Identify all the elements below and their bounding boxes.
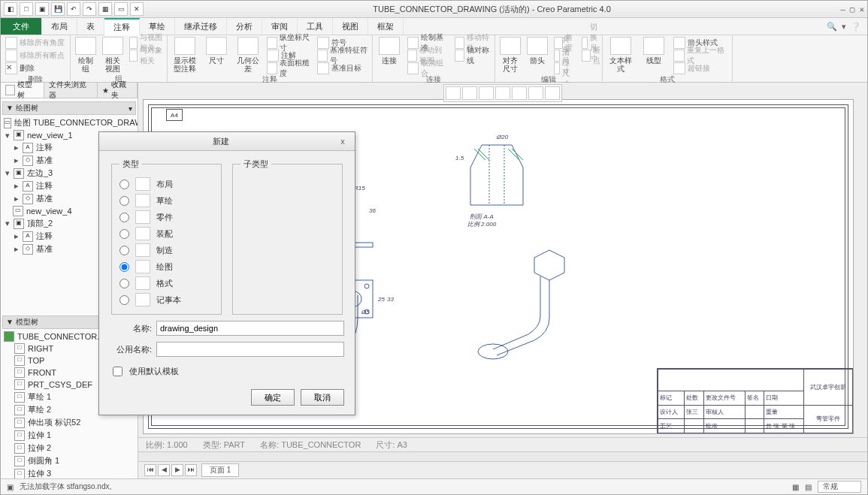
type-radio[interactable]: [119, 295, 129, 305]
zoom-in-icon[interactable]: [462, 86, 477, 100]
regen-icon[interactable]: ▦: [98, 2, 112, 16]
tab-table[interactable]: 表: [77, 18, 104, 35]
surface-finish-icon[interactable]: [267, 62, 277, 74]
move-special-icon[interactable]: [455, 37, 464, 49]
view-rel-icon[interactable]: [129, 37, 138, 49]
close-button[interactable]: ✕: [859, 5, 864, 14]
new-icon[interactable]: □: [20, 2, 33, 16]
panel-tab-fav[interactable]: ★收藏夹: [98, 83, 138, 98]
geom-icon[interactable]: ▦: [792, 483, 799, 491]
draw-datum-icon[interactable]: [407, 37, 419, 49]
type-option-7[interactable]: 记事本: [119, 291, 213, 308]
use-default-template-checkbox[interactable]: [113, 367, 122, 376]
search-icon[interactable]: 🔍: [827, 22, 837, 32]
minimize-button[interactable]: —: [840, 5, 845, 14]
related-view-icon[interactable]: [102, 37, 123, 55]
clean-dim-icon[interactable]: [554, 62, 560, 74]
remove-break-icon[interactable]: [5, 50, 17, 62]
arrow-icon[interactable]: [527, 37, 548, 55]
zoom-fit-icon[interactable]: [446, 86, 461, 100]
model-tree-item[interactable]: □拉伸 2: [4, 442, 136, 454]
switch-dim-icon[interactable]: [582, 37, 588, 49]
msg-icon[interactable]: ▣: [7, 483, 14, 491]
sheet-tab-1[interactable]: 页面 1: [201, 463, 239, 477]
type-radio[interactable]: [119, 229, 129, 239]
break-pt-icon[interactable]: [582, 50, 591, 62]
model-tree-item[interactable]: □伸出项 标识52: [4, 416, 136, 429]
ungroup-icon[interactable]: [407, 62, 419, 74]
ok-button[interactable]: 确定: [251, 389, 295, 406]
undo-icon[interactable]: ↶: [67, 2, 80, 16]
move-view-icon[interactable]: [407, 50, 417, 62]
tab-layout[interactable]: 布局: [42, 18, 77, 35]
type-option-2[interactable]: 零件: [119, 209, 213, 225]
hyperlink-icon[interactable]: [673, 62, 685, 74]
type-option-6[interactable]: 格式: [119, 275, 213, 291]
axis-icon[interactable]: [455, 50, 464, 62]
datum-feat-icon[interactable]: [317, 50, 328, 62]
type-option-4[interactable]: 制造: [119, 242, 213, 258]
dialog-close-button[interactable]: x: [337, 137, 349, 146]
maximize-button[interactable]: ▢: [850, 5, 855, 14]
datum-display-icon[interactable]: [545, 86, 560, 100]
symbol-icon[interactable]: [317, 37, 329, 49]
cancel-button[interactable]: 取消: [301, 389, 344, 406]
draw-group-icon[interactable]: [75, 37, 96, 55]
tab-file[interactable]: 文件: [1, 18, 42, 35]
save-icon[interactable]: 💾: [51, 2, 65, 16]
model-tree-item[interactable]: □拉伸 3: [4, 467, 136, 478]
options-icon[interactable]: ▾: [842, 22, 846, 32]
tab-view[interactable]: 视图: [333, 18, 368, 35]
h-scrollbar[interactable]: [138, 451, 867, 461]
tab-analyze[interactable]: 分析: [227, 18, 262, 35]
delete-icon[interactable]: ✕: [5, 62, 17, 74]
tab-frame[interactable]: 框架: [368, 18, 404, 35]
type-option-0[interactable]: 布局: [119, 176, 213, 192]
type-radio[interactable]: [119, 246, 129, 255]
align-dim-icon[interactable]: [500, 37, 521, 55]
obj-rel-icon[interactable]: [129, 50, 138, 62]
first-sheet-icon[interactable]: ⏮: [144, 464, 156, 476]
remove-angle-icon[interactable]: [5, 37, 17, 49]
repeat-fmt-icon[interactable]: [673, 50, 685, 62]
filter-icon[interactable]: ▤: [805, 483, 812, 491]
type-option-3[interactable]: 装配: [119, 225, 213, 242]
app-icon[interactable]: ◧: [4, 2, 17, 16]
zoom-out-icon[interactable]: [479, 86, 494, 100]
type-radio[interactable]: [119, 279, 129, 288]
display-icon[interactable]: [528, 86, 543, 100]
model-tree-item[interactable]: □倒圆角 1: [4, 454, 136, 467]
type-radio[interactable]: [119, 213, 129, 222]
type-radio[interactable]: [119, 262, 129, 272]
redo-icon[interactable]: ↷: [83, 2, 96, 16]
line-style-icon[interactable]: [643, 37, 664, 55]
prev-sheet-icon[interactable]: ◀: [158, 464, 170, 476]
panel-tab-browser[interactable]: 文件夹浏览器: [44, 83, 98, 98]
gtol-icon[interactable]: [237, 37, 259, 55]
open-icon[interactable]: ▣: [35, 2, 49, 16]
share-dim-icon[interactable]: [554, 50, 560, 62]
type-option-5[interactable]: 绘图: [119, 258, 213, 275]
selection-filter[interactable]: 常规: [818, 481, 861, 493]
panel-tab-model[interactable]: 模型树: [1, 83, 44, 98]
model-tree-item[interactable]: □拉伸 1: [4, 429, 136, 442]
datum-target-icon[interactable]: [317, 62, 329, 74]
arrow-style-icon[interactable]: [673, 37, 685, 49]
name-input[interactable]: [156, 321, 344, 336]
refit-icon[interactable]: [512, 86, 527, 100]
ordinate-icon[interactable]: [267, 37, 277, 49]
type-radio[interactable]: [119, 180, 129, 189]
last-sheet-icon[interactable]: ⏭: [185, 464, 197, 476]
attach-icon[interactable]: [379, 37, 400, 55]
next-sheet-icon[interactable]: ▶: [171, 464, 183, 476]
tab-inherit[interactable]: 继承迁移: [175, 18, 227, 35]
type-option-1[interactable]: 草绘: [119, 192, 213, 209]
help-icon[interactable]: ❔: [851, 22, 861, 32]
pan-icon[interactable]: [495, 86, 510, 100]
show-model-ann-icon[interactable]: [174, 37, 195, 55]
text-style-icon[interactable]: [610, 37, 631, 55]
type-radio[interactable]: [119, 196, 129, 206]
close-doc-icon[interactable]: ✕: [130, 2, 144, 16]
angle-edit-icon[interactable]: [554, 37, 563, 49]
note-icon[interactable]: [267, 50, 279, 62]
